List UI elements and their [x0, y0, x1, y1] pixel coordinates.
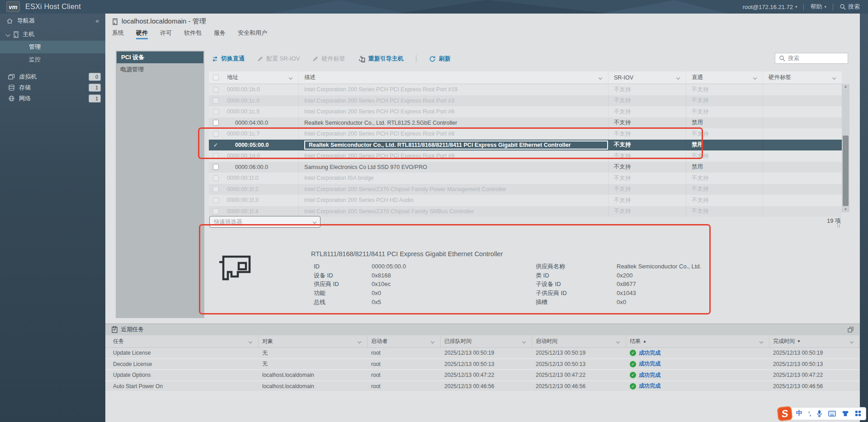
row-checkbox[interactable]: [213, 120, 219, 126]
tab-services[interactable]: 服务: [214, 27, 226, 39]
scroll-up-arrow[interactable]: ▲: [844, 84, 848, 89]
column-header-description[interactable]: 描述: [298, 71, 608, 84]
tab-system[interactable]: 系统: [112, 27, 124, 39]
row-checkbox[interactable]: [213, 153, 219, 159]
popout-icon[interactable]: [848, 327, 854, 333]
table-row[interactable]: 0000:00:1c.5Intel Corporation 200 Series…: [209, 106, 842, 117]
refresh-button[interactable]: 刷新: [429, 55, 450, 63]
table-row[interactable]: 0000:00:1f.2Intel Corporation 200 Series…: [209, 184, 842, 195]
row-checkbox[interactable]: [213, 109, 219, 115]
quick-filter-dropdown[interactable]: 快速筛选器: [209, 216, 321, 228]
window-edge: [860, 14, 868, 422]
table-row[interactable]: 0000:00:1b.0Intel Corporation 200 Series…: [209, 84, 842, 95]
column-header-hardware-label[interactable]: 硬件标签: [763, 71, 842, 84]
table-row[interactable]: 0000:00:1f.3Intel Corporation 200 Series…: [209, 195, 842, 206]
tab-licensing[interactable]: 许可: [160, 27, 172, 39]
configure-sriov-button[interactable]: 配置 SR-IOV: [257, 55, 300, 63]
task-result-link[interactable]: ✓成功完成: [630, 382, 660, 390]
tab-packages[interactable]: 软件包: [184, 27, 202, 39]
column-header-task[interactable]: 任务: [109, 335, 259, 347]
row-checkbox[interactable]: [213, 131, 219, 137]
column-header-passthrough[interactable]: 直通: [686, 71, 763, 84]
column-header-started[interactable]: 启动时间: [532, 335, 626, 347]
pci-toolbar: 切换直通 配置 SR-IOV 硬件标签 重新引导主机 刷新: [212, 51, 664, 67]
hardware-label-button[interactable]: 硬件标签: [312, 55, 345, 63]
vmware-logo[interactable]: vm: [6, 1, 20, 12]
divider: [416, 55, 416, 62]
table-row[interactable]: 0000:00:1f.4Intel Corporation 200 Series…: [209, 206, 842, 217]
sidebar-item-host[interactable]: 主机: [0, 28, 105, 41]
row-checkbox[interactable]: [213, 186, 219, 192]
row-checkbox[interactable]: [213, 98, 219, 103]
reboot-host-button[interactable]: 重新引导主机: [358, 55, 403, 63]
table-row[interactable]: 0000:00:1c.0Intel Corporation 200 Series…: [209, 95, 842, 107]
skin-icon[interactable]: [842, 410, 849, 417]
scrollbar-thumb[interactable]: [843, 136, 849, 206]
table-row[interactable]: 0000:00:1c.7Intel Corporation 200 Series…: [209, 128, 842, 140]
sidebar-item-storage[interactable]: 存储 1: [0, 82, 105, 93]
chinese-mode-icon[interactable]: 中: [796, 409, 802, 417]
column-header-completed[interactable]: 完成时间▼: [769, 335, 860, 347]
chevron-expanded-icon[interactable]: [6, 32, 10, 37]
toggle-passthrough-icon: [212, 56, 218, 62]
help-menu[interactable]: 帮助▾: [810, 3, 826, 11]
chevron-down-icon: [850, 339, 854, 343]
sidebar-item-virtual-machines[interactable]: 虚拟机 0: [0, 71, 105, 82]
column-header-queued[interactable]: 已排队时间: [441, 335, 532, 347]
selected-description-cell[interactable]: Realtek Semiconductor Co., Ltd. RTL8111/…: [304, 141, 608, 150]
microphone-icon[interactable]: [816, 410, 822, 417]
task-result-link[interactable]: ✓成功完成: [630, 371, 660, 379]
task-row[interactable]: Update License无 root2025/12/13 00:50:19 …: [105, 348, 860, 359]
storage-label: 存储: [19, 84, 31, 92]
keyboard-icon[interactable]: [828, 411, 836, 417]
sidebar-item-network[interactable]: 网络 1: [0, 93, 105, 104]
item-count: 19 项: [800, 217, 841, 225]
column-header-address[interactable]: 地址: [222, 74, 298, 81]
task-row[interactable]: Update Optionslocalhost.localdomain root…: [105, 370, 860, 381]
toggle-passthrough-button[interactable]: 切换直通: [212, 55, 245, 63]
table-row[interactable]: 0000:00:1d.0Intel Corporation 200 Series…: [209, 150, 842, 162]
table-row[interactable]: 0000:06:00.0Samsung Electronics Co Ltd S…: [209, 162, 842, 173]
user-menu[interactable]: root@172.16.21.72▾: [742, 4, 797, 10]
column-header-initiator[interactable]: 启动者: [368, 335, 441, 347]
task-result-link[interactable]: ✓成功完成: [630, 360, 660, 368]
column-header-sriov[interactable]: SR-IOV: [608, 71, 686, 84]
subnav-item-power-management[interactable]: 电源管理: [116, 63, 204, 75]
sidebar-item-manage[interactable]: 管理: [0, 41, 105, 53]
resize-grip[interactable]: [837, 225, 838, 225]
toolbox-icon[interactable]: [855, 410, 861, 417]
collapse-sidebar-button[interactable]: «: [95, 17, 99, 24]
table-search-input[interactable]: 搜索: [775, 53, 848, 64]
sidebar-item-monitor[interactable]: 监控: [0, 53, 105, 66]
sogou-logo[interactable]: S: [777, 406, 793, 421]
search-icon: [779, 55, 785, 61]
task-result-link[interactable]: ✓成功完成: [630, 349, 660, 357]
column-header-target[interactable]: 对象: [259, 335, 368, 347]
global-search[interactable]: 搜索: [840, 3, 860, 11]
task-row[interactable]: Decode License无 root2025/12/13 00:50:13 …: [105, 359, 860, 370]
punctuation-icon[interactable]: ’,: [808, 410, 811, 417]
task-row[interactable]: Auto Start Power Onlocalhost.localdomain…: [105, 381, 860, 393]
device-details-title: RTL8111/8168/8211/8411 PCI Express Gigab…: [311, 250, 503, 258]
table-row[interactable]: 0000:00:1f.0Intel Corporation ISA bridge…: [209, 173, 842, 184]
table-row-selected[interactable]: ✓ 0000:05:00.0 Realtek Semiconductor Co.…: [209, 140, 842, 151]
select-all-checkbox[interactable]: [213, 75, 219, 80]
success-icon: ✓: [630, 350, 636, 356]
tab-security-users[interactable]: 安全和用户: [238, 27, 267, 39]
row-checkbox[interactable]: [213, 175, 219, 181]
row-checkbox[interactable]: [213, 164, 219, 170]
table-row[interactable]: 0000:04:00.0Realtek Semiconductor Co., L…: [209, 117, 842, 129]
row-checkbox-checked[interactable]: ✓: [213, 142, 218, 148]
subnav-item-pci-devices[interactable]: PCI 设备: [117, 52, 203, 63]
row-checkbox[interactable]: [213, 197, 219, 203]
pci-devices-table: 地址 描述 SR-IOV 直通 硬件标签 0000:00:1b.0Intel C…: [209, 71, 842, 217]
row-checkbox[interactable]: [213, 87, 219, 93]
navbar-decor-polygon: [398, 0, 610, 14]
table-scrollbar[interactable]: ▲ ▼: [842, 84, 849, 212]
column-header-result[interactable]: 结果▲: [626, 335, 769, 347]
tab-hardware[interactable]: 硬件: [136, 27, 148, 39]
chevron-down-icon: [249, 339, 252, 343]
scroll-down-arrow[interactable]: ▼: [844, 207, 848, 212]
row-checkbox[interactable]: [213, 208, 219, 214]
esxi-host-client-window: vm ESXi Host Client root@172.16.21.72▾ 帮…: [0, 0, 868, 422]
